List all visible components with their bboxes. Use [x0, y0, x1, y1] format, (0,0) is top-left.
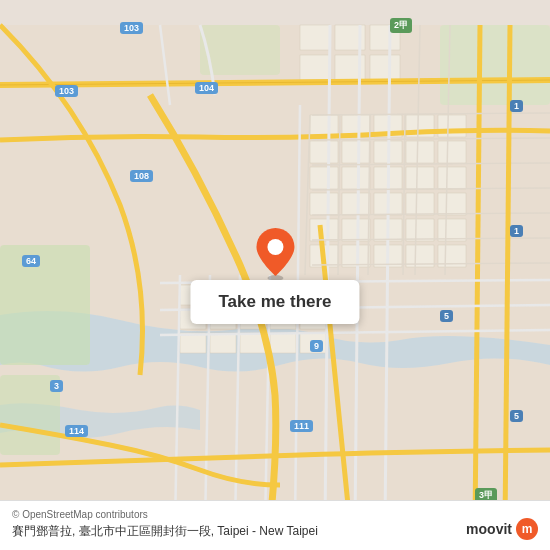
road-badge-1b: 1 — [510, 225, 523, 237]
location-text: 賽門鄧普拉, 臺北市中正區開封街一段, Taipei - New Taipei — [12, 523, 538, 540]
road-badge-103a: 103 — [120, 22, 143, 34]
svg-rect-1 — [0, 245, 90, 365]
road-badge-111: 111 — [290, 420, 313, 432]
road-badge-2jia: 2甲 — [390, 18, 412, 33]
road-badge-108: 108 — [130, 170, 153, 182]
svg-rect-52 — [210, 333, 236, 353]
svg-rect-19 — [406, 141, 434, 163]
svg-rect-51 — [180, 333, 206, 353]
attribution-text: © OpenStreetMap contributors — [12, 509, 538, 520]
road-badge-104a: 104 — [195, 82, 218, 94]
moovit-logo: moovit m — [466, 518, 538, 540]
moovit-icon: m — [516, 518, 538, 540]
svg-rect-22 — [342, 167, 370, 189]
cta-overlay: Take me there — [190, 226, 359, 324]
road-badge-114: 114 — [65, 425, 88, 437]
map-container: 103 2甲 103 104 108 64 104 9 5 1 1 3 5 11… — [0, 0, 550, 550]
location-pin-icon — [251, 226, 299, 282]
svg-rect-25 — [438, 167, 466, 189]
road-badge-5b: 5 — [510, 410, 523, 422]
road-badge-5a: 5 — [440, 310, 453, 322]
road-badge-3: 3 — [50, 380, 63, 392]
moovit-label: moovit — [466, 521, 512, 537]
svg-rect-5 — [300, 25, 330, 50]
svg-rect-54 — [270, 333, 296, 353]
bottom-bar: © OpenStreetMap contributors 賽門鄧普拉, 臺北市中… — [0, 500, 550, 550]
road-badge-9: 9 — [310, 340, 323, 352]
svg-rect-30 — [438, 193, 466, 215]
road-badge-103b: 103 — [55, 85, 78, 97]
svg-rect-16 — [310, 141, 338, 163]
take-me-there-button[interactable]: Take me there — [190, 280, 359, 324]
svg-rect-21 — [310, 167, 338, 189]
svg-rect-8 — [300, 55, 330, 80]
svg-rect-26 — [310, 193, 338, 215]
svg-rect-27 — [342, 193, 370, 215]
road-badge-1a: 1 — [510, 100, 523, 112]
svg-rect-20 — [438, 141, 466, 163]
svg-rect-35 — [438, 219, 466, 241]
svg-rect-29 — [406, 193, 434, 215]
svg-point-85 — [267, 239, 283, 255]
svg-rect-24 — [406, 167, 434, 189]
road-badge-64: 64 — [22, 255, 40, 267]
svg-rect-34 — [406, 219, 434, 241]
svg-rect-10 — [370, 55, 400, 80]
svg-rect-17 — [342, 141, 370, 163]
svg-rect-3 — [440, 25, 550, 105]
